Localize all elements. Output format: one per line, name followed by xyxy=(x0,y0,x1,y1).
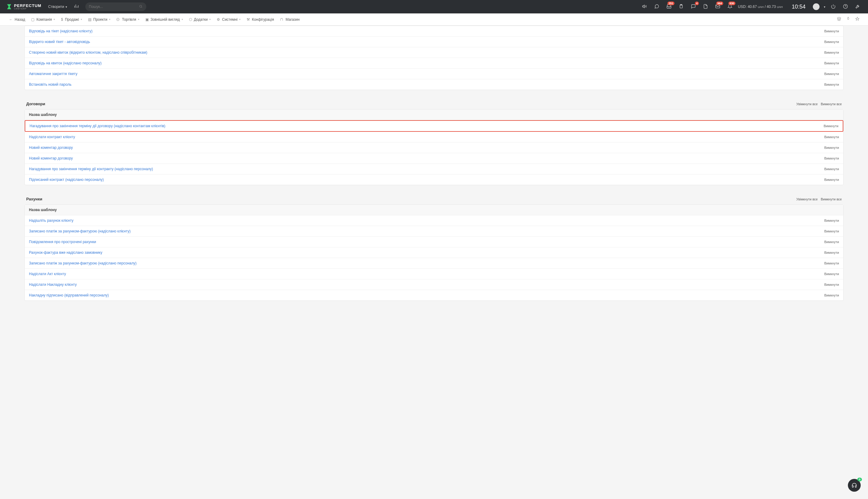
template-link[interactable]: Встановіть новий пароль xyxy=(29,82,71,87)
section-title: Договори xyxy=(26,101,45,106)
section-header-contracts: Договори Увімкнути все Вимкнути все xyxy=(24,96,844,109)
nav-back-label: Назад xyxy=(15,17,25,22)
chevron-down-icon: ▾ xyxy=(209,18,211,21)
table-row: Рахунок-фактура вже надіслано замовникуВ… xyxy=(25,247,843,258)
template-link[interactable]: Новий коментар договору xyxy=(29,156,73,160)
search-icon xyxy=(139,4,143,9)
template-link[interactable]: Автоматичне закриття тікету xyxy=(29,72,77,76)
chevron-down-icon: ▾ xyxy=(81,18,82,21)
clipboard-icon[interactable] xyxy=(677,4,685,10)
disable-link[interactable]: Вимкнути xyxy=(824,146,839,149)
create-button[interactable]: Створити ▾ xyxy=(48,4,67,9)
shop-icon: ⛫ xyxy=(280,17,284,22)
disable-link[interactable]: Вимкнути xyxy=(824,293,839,297)
disable-link[interactable]: Вимкнути xyxy=(823,124,839,128)
nav-sales[interactable]: $Продажі▾ xyxy=(58,17,85,22)
disable-link[interactable]: Вимкнути xyxy=(824,167,839,171)
tickets-table: Відповідь на тікет (надіслано клієнту)Ви… xyxy=(24,26,844,90)
wrench-icon[interactable] xyxy=(853,4,862,10)
disable-all-link[interactable]: Вимкнути все xyxy=(821,102,842,106)
disable-link[interactable]: Вимкнути xyxy=(824,178,839,182)
disable-link[interactable]: Вимкнути xyxy=(824,240,839,244)
table-row: Накладну підписано (відправлений персона… xyxy=(25,290,843,301)
template-link[interactable]: Повідомлення про прострочені рахунки xyxy=(29,240,96,244)
inbox1-icon[interactable]: 251 xyxy=(665,4,673,10)
template-link[interactable]: Новий коментар договору xyxy=(29,146,73,150)
disable-link[interactable]: Вимкнути xyxy=(824,219,839,222)
help-icon[interactable] xyxy=(841,4,850,10)
nav-addons[interactable]: ⬡Додатки▾ xyxy=(186,17,214,22)
content: Відповідь на тікет (надіслано клієнту)Ви… xyxy=(0,26,868,319)
star-icon[interactable] xyxy=(853,17,862,22)
user-menu-chevron[interactable]: ▾ xyxy=(824,5,825,9)
create-label: Створити xyxy=(48,4,64,9)
search-box[interactable] xyxy=(85,2,146,11)
disable-link[interactable]: Вимкнути xyxy=(824,51,839,54)
logo[interactable]: PERFECTUM CRM+ERP xyxy=(6,4,41,10)
template-link[interactable]: Надіслати Накладну клієнту xyxy=(29,282,77,287)
table-header: Назва шаблону xyxy=(25,205,843,215)
badge: 964 xyxy=(716,1,723,5)
disable-link[interactable]: Вимкнути xyxy=(824,29,839,33)
stats-icon[interactable] xyxy=(74,4,79,10)
disable-link[interactable]: Вимкнути xyxy=(824,135,839,139)
chat-icon[interactable] xyxy=(653,4,661,10)
template-link[interactable]: Рахунок-фактура вже надіслано замовнику xyxy=(29,251,102,255)
nav-appearance[interactable]: ▣Зовнішній вигляд▾ xyxy=(142,17,186,22)
mail-icon[interactable]: 964 xyxy=(714,4,722,10)
template-link[interactable]: Відкрито новий тікет - автовідповідь xyxy=(29,40,90,44)
search-input[interactable] xyxy=(89,4,139,9)
template-link[interactable]: Надіслати контракт клієнту xyxy=(29,135,75,139)
template-link[interactable]: Нагадування про закінчення терміну дії к… xyxy=(29,167,153,171)
disable-link[interactable]: Вимкнути xyxy=(824,261,839,265)
power-icon[interactable] xyxy=(829,4,838,10)
top-header: PERFECTUM CRM+ERP Створити ▾ 251 4 964 6… xyxy=(0,0,868,13)
table-row: Надіслати Акт клієнтуВимкнути xyxy=(25,269,843,279)
template-link[interactable]: Накладну підписано (відправлений персона… xyxy=(29,293,109,297)
template-link[interactable]: Відповідь на квиток (надіслано персоналу… xyxy=(29,61,101,65)
table-row: Нагадування про закінчення терміну дії к… xyxy=(25,164,843,174)
nav-config[interactable]: ⚒Конфігурація xyxy=(243,17,277,22)
stack-icon[interactable] xyxy=(834,17,844,22)
template-link[interactable]: Записано платіж за рахунком-фактурою (на… xyxy=(29,229,130,233)
section-title: Рахунки xyxy=(26,197,42,201)
disable-link[interactable]: Вимкнути xyxy=(824,283,839,287)
template-link[interactable]: Записано платіж за рахунком-фактурою (на… xyxy=(29,261,137,265)
chevron-down-icon: ▾ xyxy=(65,5,67,9)
nav-company[interactable]: ▢Компанія▾ xyxy=(28,17,58,22)
nav-shop[interactable]: ⛫Магазин xyxy=(277,17,303,22)
disable-link[interactable]: Вимкнути xyxy=(824,272,839,276)
disable-link[interactable]: Вимкнути xyxy=(824,61,839,65)
nav-system[interactable]: ⚙Системні▾ xyxy=(214,17,243,22)
cart-icon: ⛒ xyxy=(116,17,120,22)
nav-projects[interactable]: ▤Проекти▾ xyxy=(85,17,113,22)
disable-link[interactable]: Вимкнути xyxy=(824,72,839,76)
table-row: Надішліть рахунок клієнтуВимкнути xyxy=(25,215,843,226)
nav-trade[interactable]: ⛒Торгівля▾ xyxy=(113,17,142,22)
bell-icon[interactable]: 630 xyxy=(726,4,734,10)
disable-link[interactable]: Вимкнути xyxy=(824,251,839,254)
enable-all-link[interactable]: Увімкнути все xyxy=(796,102,818,106)
message-icon[interactable]: 4 xyxy=(689,4,697,10)
logo-text: PERFECTUM xyxy=(14,4,41,8)
sound-icon[interactable] xyxy=(640,4,649,10)
template-link[interactable]: Надіслати Акт клієнту xyxy=(29,272,66,276)
disable-link[interactable]: Вимкнути xyxy=(824,229,839,233)
flame-icon[interactable] xyxy=(844,17,853,22)
file-icon[interactable] xyxy=(701,4,710,10)
disable-link[interactable]: Вимкнути xyxy=(824,40,839,44)
table-row: Новий коментар договоруВимкнути xyxy=(25,153,843,164)
table-row: Повідомлення про прострочені рахункиВимк… xyxy=(25,237,843,247)
disable-link[interactable]: Вимкнути xyxy=(824,83,839,86)
nav-back[interactable]: ← Назад xyxy=(6,17,28,22)
disable-all-link[interactable]: Вимкнути все xyxy=(821,197,842,201)
avatar[interactable] xyxy=(813,3,819,10)
template-link[interactable]: Надішліть рахунок клієнту xyxy=(29,218,74,223)
disable-link[interactable]: Вимкнути xyxy=(824,157,839,160)
template-link[interactable]: Відповідь на тікет (надіслано клієнту) xyxy=(29,29,92,33)
enable-all-link[interactable]: Увімкнути все xyxy=(796,197,818,201)
template-link[interactable]: Підписаний контракт (надіслано персоналу… xyxy=(29,178,104,182)
table-row: Нагадування про закінчення терміну дії д… xyxy=(25,120,843,132)
template-link[interactable]: Нагадування про закінчення терміну дії д… xyxy=(29,124,165,128)
template-link[interactable]: Створено новий квиток (відкрито клієнтом… xyxy=(29,50,147,54)
